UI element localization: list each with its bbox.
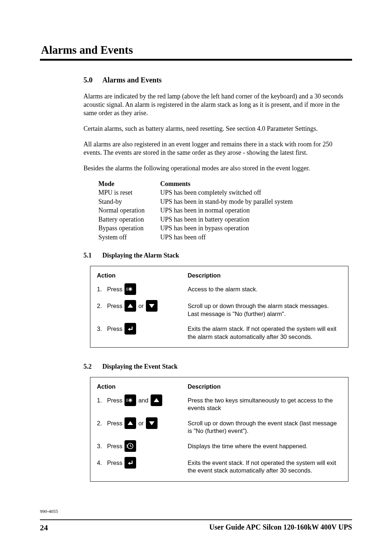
action-cell: 3.Press1: [97, 440, 188, 452]
action-row: 2.PressorScroll up or down through the e…: [97, 417, 342, 435]
down-key-icon: [146, 300, 158, 312]
description-cell: Access to the alarm stack.: [188, 283, 342, 293]
star-key-icon: 0: [124, 283, 136, 295]
description-cell: Displays the time where the event happen…: [188, 440, 342, 450]
document-number: 990-4055: [40, 509, 58, 514]
modes-header-mode: Mode: [98, 180, 160, 188]
mode-cell: Normal operation: [98, 206, 160, 215]
section-rule: [40, 59, 352, 61]
heading-5-0: 5.0 Alarms and Events: [83, 76, 348, 84]
heading-text: Displaying the Event Stack: [102, 363, 178, 370]
action-cell: 1.Press0and: [97, 394, 188, 406]
col-header-description: Description: [188, 272, 342, 279]
paragraph: All alarms are also registered in an eve…: [83, 140, 348, 157]
up-key-icon: [124, 417, 136, 429]
enter-key-icon: [124, 323, 136, 335]
page-footer: 24 User Guide APC Silcon 120-160kW 400V …: [40, 519, 352, 532]
heading-text: Alarms and Events: [102, 76, 162, 84]
star-key-icon: 0: [124, 394, 136, 406]
mode-cell: MPU is reset: [98, 188, 160, 197]
and-label: and: [138, 394, 148, 406]
comment-cell: UPS has been in battery operation: [160, 215, 308, 224]
action-cell: 1.Press0: [97, 283, 188, 295]
svg-marker-3: [149, 304, 154, 308]
description-cell: Press the two keys simultaneously to get…: [188, 394, 342, 412]
press-label: Press: [107, 440, 122, 452]
key-superscript: 0: [126, 284, 128, 295]
heading-5-1: 5.1 Displaying the Alarm Stack: [83, 252, 348, 259]
table-row: System offUPS has been off: [98, 233, 308, 242]
paragraph: Besides the alarms the following operati…: [83, 164, 348, 173]
description-cell: Exits the event stack. If not operated t…: [188, 457, 342, 475]
press-label: Press: [107, 300, 122, 312]
comment-cell: UPS has been in bypass operation: [160, 224, 308, 233]
step-number: 1.: [97, 283, 105, 295]
press-label: Press: [107, 394, 122, 406]
description-cell: Exits the alarm stack. If not operated t…: [188, 323, 342, 341]
comment-cell: UPS has been off: [160, 233, 308, 242]
svg-marker-11: [128, 462, 130, 465]
action-cell: 2.Pressor: [97, 417, 188, 429]
step-number: 1.: [97, 394, 105, 406]
action-row: 1.Press0Access to the alarm stack.: [97, 283, 342, 295]
mode-cell: Stand-by: [98, 197, 160, 206]
action-row: 3.Press1Displays the time where the even…: [97, 440, 342, 452]
heading-number: 5.0: [83, 76, 102, 84]
action-row: 3.PressExits the alarm stack. If not ope…: [97, 323, 342, 341]
action-cell: 3.Press: [97, 323, 188, 335]
action-row: 1.Press0andPress the two keys simultaneo…: [97, 394, 342, 412]
table-row: Battery operationUPS has been in battery…: [98, 215, 308, 224]
action-box-alarm: Action Description 1.Press0Access to the…: [90, 266, 348, 348]
comment-cell: UPS has been in stand-by mode by paralle…: [160, 197, 308, 206]
modes-header-comments: Comments: [160, 180, 308, 188]
press-label: Press: [107, 417, 122, 429]
heading-number: 5.1: [83, 252, 102, 259]
enter-key-icon: [124, 457, 136, 469]
svg-marker-8: [128, 421, 133, 425]
step-number: 2.: [97, 300, 105, 312]
page-number: 24: [40, 523, 48, 532]
paragraph: Certain alarms, such as battery alarms, …: [83, 125, 348, 133]
key-superscript: 0: [126, 395, 128, 406]
paragraph: Alarms are indicated by the red lamp (ab…: [83, 92, 348, 117]
heading-5-2: 5.2 Displaying the Event Stack: [83, 363, 348, 370]
svg-marker-4: [128, 328, 130, 331]
col-header-description: Description: [188, 383, 342, 390]
clock-key-icon: 1: [124, 440, 136, 452]
action-cell: 4.Press: [97, 457, 188, 469]
heading-text: Displaying the Alarm Stack: [102, 252, 179, 259]
action-cell: 2.Pressor: [97, 300, 188, 312]
svg-marker-2: [128, 304, 133, 308]
table-row: Normal operationUPS has been in normal o…: [98, 206, 308, 215]
comment-cell: UPS has been in normal operation: [160, 206, 308, 215]
up-key-icon: [124, 300, 136, 312]
mode-cell: System off: [98, 233, 160, 242]
section-title: Alarms and Events: [41, 44, 352, 57]
action-row: 2.PressorScroll up or down through the a…: [97, 300, 342, 318]
footer-title: User Guide APC Silcon 120-160kW 400V UPS: [209, 523, 352, 532]
step-number: 3.: [97, 323, 105, 335]
modes-table: Mode Comments MPU is resetUPS has been c…: [98, 180, 308, 242]
mode-cell: Battery operation: [98, 215, 160, 224]
press-label: Press: [107, 323, 122, 335]
table-row: Stand-byUPS has been in stand-by mode by…: [98, 197, 308, 206]
description-cell: Scroll up or down through the event stac…: [188, 417, 342, 435]
key-superscript: 1: [126, 441, 128, 452]
step-number: 2.: [97, 417, 105, 429]
mode-cell: Bypass operation: [98, 224, 160, 233]
heading-number: 5.2: [83, 363, 102, 370]
col-header-action: Action: [97, 383, 188, 390]
comment-cell: UPS has been completely switched off: [160, 188, 308, 197]
step-number: 3.: [97, 440, 105, 452]
or-label: or: [138, 417, 144, 429]
table-row: Bypass operationUPS has been in bypass o…: [98, 224, 308, 233]
press-label: Press: [107, 457, 122, 469]
press-label: Press: [107, 283, 122, 295]
col-header-action: Action: [97, 272, 188, 279]
description-cell: Scroll up or down through the alarm stac…: [188, 300, 342, 318]
step-number: 4.: [97, 457, 105, 469]
or-label: or: [138, 300, 144, 312]
action-box-event: Action Description 1.Press0andPress the …: [90, 377, 348, 482]
svg-marker-9: [149, 421, 154, 425]
up-key-icon: [151, 394, 162, 406]
